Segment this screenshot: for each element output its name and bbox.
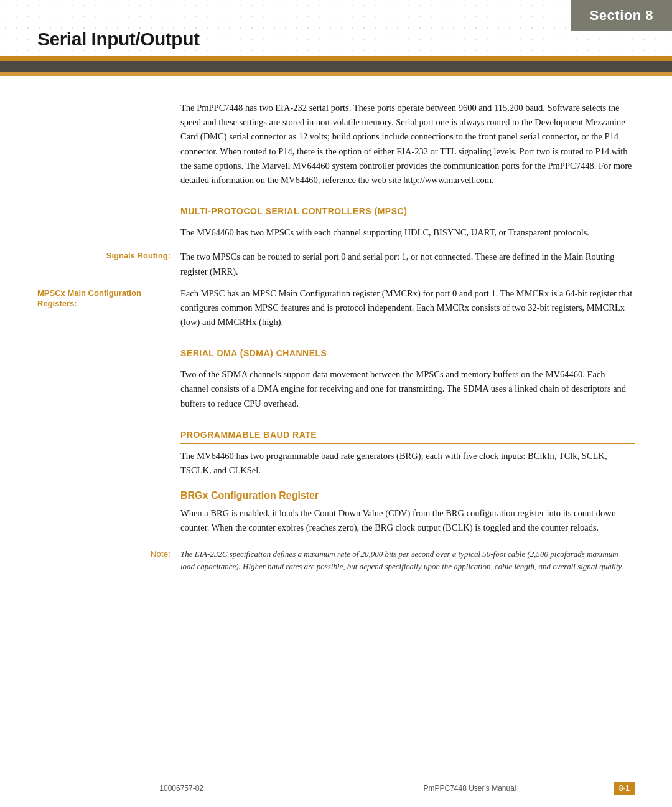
mpscx-config-label: MPSCx Main Configuration Registers: bbox=[37, 288, 141, 308]
mpsc-section-heading: MULTI-PROTOCOL SERIAL CONTROLLERS (MPSC) bbox=[180, 206, 635, 220]
sdma-section-heading: SERIAL DMA (SDMA) CHANNELS bbox=[180, 348, 635, 362]
mpsc-body-text: The MV64460 has two MPSCs with each chan… bbox=[180, 225, 635, 240]
bar-dark bbox=[0, 61, 672, 72]
intro-paragraph: The PmPPC7448 has two EIA-232 serial por… bbox=[180, 101, 635, 187]
note-row: Note: The EIA-232C specification defines… bbox=[37, 548, 635, 574]
brgx-subheading: BRGx Configuration Register bbox=[180, 490, 635, 501]
brgx-body-text: When a BRG is enabled, it loads the Coun… bbox=[180, 506, 635, 535]
note-label: Note: bbox=[37, 548, 180, 559]
page-title-block: Serial Input/Output bbox=[37, 29, 200, 50]
mpsc-heading-title: MULTI-PROTOCOL SERIAL CONTROLLERS (MPSC) bbox=[180, 206, 635, 220]
note-content: The EIA-232C specification defines a max… bbox=[180, 548, 635, 574]
section-badge: Section 8 bbox=[571, 0, 672, 31]
footer-doc-number: 10006757-02 bbox=[37, 784, 325, 793]
footer-page-badge: 8-1 bbox=[614, 782, 635, 795]
baud-heading-title: PROGRAMMABLE BAUD RATE bbox=[180, 430, 635, 444]
mpscx-config-content: Each MPSC has an MPSC Main Configuration… bbox=[180, 286, 635, 330]
main-content: The PmPPC7448 has two EIA-232 serial por… bbox=[0, 76, 672, 611]
color-bars bbox=[0, 56, 672, 76]
baud-section-heading: PROGRAMMABLE BAUD RATE bbox=[180, 430, 635, 444]
sdma-body-text: Two of the SDMA channels support data mo… bbox=[180, 367, 635, 411]
signals-routing-row: Signals Routing: The two MPSCs can be ro… bbox=[37, 250, 635, 278]
signals-routing-content: The two MPSCs can be routed to serial po… bbox=[180, 250, 635, 278]
bar-orange bbox=[0, 56, 672, 61]
page-title: Serial Input/Output bbox=[37, 29, 200, 50]
brgx-subheading-title: BRGx Configuration Register bbox=[180, 490, 635, 501]
baud-body-text: The MV64460 has two programmable baud ra… bbox=[180, 449, 635, 478]
sdma-heading-title: SERIAL DMA (SDMA) CHANNELS bbox=[180, 348, 635, 362]
page-header: Section 8 Serial Input/Output bbox=[0, 0, 672, 56]
mpscx-config-label-col: MPSCx Main Configuration Registers: bbox=[37, 286, 180, 309]
page-footer: 10006757-02 PmPPC7448 User's Manual 8-1 bbox=[0, 782, 672, 795]
signals-routing-label: Signals Routing: bbox=[37, 250, 180, 260]
mpscx-config-row: MPSCx Main Configuration Registers: Each… bbox=[37, 286, 635, 330]
footer-manual-name: PmPPC7448 User's Manual bbox=[325, 784, 614, 793]
